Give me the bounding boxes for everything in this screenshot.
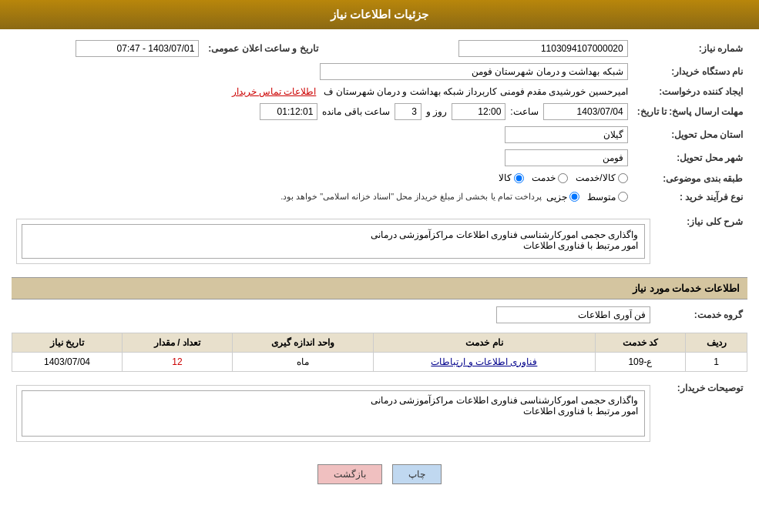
announcement-label: تاریخ و ساعت اعلان عمومی: (203, 37, 358, 60)
col-row: ردیف (686, 333, 747, 352)
remaining-label: ساعت باقی مانده (322, 106, 390, 117)
buyer-desc-outer: واگذاری حجمی امورکارشناسی فناوری اطلاعات… (16, 385, 650, 442)
info-table: شماره نیاز: تاریخ و ساعت اعلان عمومی: نا… (12, 37, 747, 206)
radio-kala-label: کالا (499, 172, 512, 183)
col-unit: واحد اندازه گیری (232, 333, 373, 352)
radio-motaset-label: متوسط (587, 192, 616, 202)
purchase-type-row: نوع فرآیند خرید : متوسط جزیی (12, 189, 747, 206)
services-table-header-row: ردیف کد خدمت نام خدمت واحد اندازه گیری ت… (12, 333, 747, 352)
group-service-row: گروه خدمت: (12, 303, 747, 326)
requestor-row: ایجاد کننده درخواست: امیرحسین خورشیدی مق… (12, 83, 747, 100)
radio-motaset[interactable] (618, 192, 628, 202)
buyer-desc-row: توصیحات خریدار: واگذاری حجمی امورکارشناس… (12, 378, 747, 449)
announcement-input[interactable] (76, 40, 199, 57)
need-desc-table: شرح کلی نیاز: واگذاری حجمی امورکارشناسی … (12, 212, 747, 271)
col-code: کد خدمت (595, 333, 686, 352)
requestor-label: ایجاد کننده درخواست: (633, 83, 747, 100)
radio-kala-khedmat[interactable] (618, 173, 628, 183)
main-content: شماره نیاز: تاریخ و ساعت اعلان عمومی: نا… (0, 29, 759, 501)
back-button[interactable]: بازگشت (317, 464, 382, 484)
buyer-org-input[interactable] (320, 63, 628, 80)
service-group-label: گروه خدمت: (655, 303, 747, 326)
deadline-time-input[interactable] (452, 103, 505, 120)
category-radio-khedmat: خدمت (532, 172, 568, 183)
buyer-org-label: نام دستگاه خریدار: (633, 60, 747, 83)
need-desc-row: شرح کلی نیاز: واگذاری حجمی امورکارشناسی … (12, 212, 747, 271)
group-service-table: گروه خدمت: (12, 303, 747, 326)
buyer-desc-label: توصیحات خریدار: (655, 378, 747, 449)
col-date: تاریخ نیاز (12, 333, 123, 352)
buyer-desc-text: واگذاری حجمی امورکارشناسی فناوری اطلاعات… (22, 390, 645, 437)
page-container: جزئیات اطلاعات نیاز شماره نیاز: تاریخ و … (0, 0, 759, 532)
category-radio-kala-khedmat: کالا/خدمت (576, 172, 627, 183)
page-title: جزئیات اطلاعات نیاز (331, 8, 428, 21)
buyer-org-value (12, 60, 633, 83)
purchase-type-section: متوسط جزیی پرداخت تمام یا بخشی از مبلغ خ… (16, 192, 628, 202)
purchase-type-label: نوع فرآیند خرید : (633, 189, 747, 206)
need-desc-box: واگذاری حجمی امورکارشناسی فناوری اطلاعات… (16, 219, 650, 264)
services-table: ردیف کد خدمت نام خدمت واحد اندازه گیری ت… (12, 333, 747, 372)
col-qty: تعداد / مقدار (123, 333, 233, 352)
days-label: روز و (426, 106, 447, 117)
response-deadline-row: مهلت ارسال پاسخ: تا تاریخ: ساعت: روز و س… (12, 100, 747, 123)
purchase-note: پرداخت تمام یا بخشی از مبلغ خریداز محل "… (280, 192, 542, 202)
cell-date: 1403/07/04 (12, 352, 123, 371)
city-value (12, 146, 633, 169)
need-number-input[interactable] (458, 40, 628, 57)
category-row: طبقه بندی موضوعی: کالا/خدمت خدمت (12, 169, 747, 189)
purchase-type-value: متوسط جزیی پرداخت تمام یا بخشی از مبلغ خ… (12, 189, 633, 206)
need-desc-text: واگذاری حجمی امورکارشناسی فناوری اطلاعات… (22, 224, 645, 259)
need-number-value (373, 37, 632, 60)
buyer-desc-table: توصیحات خریدار: واگذاری حجمی امورکارشناس… (12, 378, 747, 449)
province-input[interactable] (505, 126, 628, 143)
radio-jozii[interactable] (569, 192, 579, 202)
purchase-radio-jozii: جزیی (546, 192, 579, 202)
province-value (12, 123, 633, 146)
requestor-value: امیرحسین خورشیدی مقدم فومنی کاربرداز شبک… (12, 83, 633, 100)
deadline-row: ساعت: روز و ساعت باقی مانده (16, 103, 628, 120)
remaining-input[interactable] (260, 103, 317, 120)
response-deadline-label: مهلت ارسال پاسخ: تا تاریخ: (633, 100, 747, 123)
need-desc-label: شرح کلی نیاز: (655, 212, 747, 271)
print-button[interactable]: چاپ (392, 464, 442, 484)
service-group-value (12, 303, 655, 326)
cell-name[interactable]: فناوری اطلاعات و ارتباطات (374, 352, 596, 371)
announcement-value (12, 37, 203, 60)
service-group-input[interactable] (496, 306, 650, 323)
page-header: جزئیات اطلاعات نیاز (0, 0, 759, 29)
radio-khedmat-label: خدمت (532, 172, 556, 183)
services-table-body: 1 ع-109 فناوری اطلاعات و ارتباطات ماه 12… (12, 352, 747, 371)
radio-jozii-label: جزیی (546, 192, 567, 202)
city-input[interactable] (505, 149, 628, 166)
province-row: استان محل تحویل: (12, 123, 747, 146)
category-radio-group: کالا/خدمت خدمت کالا (499, 172, 627, 183)
category-label: طبقه بندی موضوعی: (633, 169, 747, 189)
deadline-date-input[interactable] (543, 103, 628, 120)
col-name: نام خدمت (374, 333, 596, 352)
cell-qty: 12 (123, 352, 233, 371)
cell-unit: ماه (232, 352, 373, 371)
radio-kala[interactable] (514, 173, 524, 183)
contact-link[interactable]: اطلاعات تماس خریدار (232, 86, 317, 97)
table-row: 1 ع-109 فناوری اطلاعات و ارتباطات ماه 12… (12, 352, 747, 371)
days-input[interactable] (395, 103, 421, 120)
cell-code: ع-109 (595, 352, 686, 371)
services-table-head: ردیف کد خدمت نام خدمت واحد اندازه گیری ت… (12, 333, 747, 352)
time-label: ساعت: (510, 106, 538, 117)
radio-kala-khedmat-label: کالا/خدمت (576, 172, 615, 183)
buyer-desc-value: واگذاری حجمی امورکارشناسی فناوری اطلاعات… (12, 378, 655, 449)
city-row: شهر محل تحویل: (12, 146, 747, 169)
need-desc-value: واگذاری حجمی امورکارشناسی فناوری اطلاعات… (12, 212, 655, 271)
purchase-radio-group: متوسط جزیی (546, 192, 628, 202)
province-label: استان محل تحویل: (633, 123, 747, 146)
purchase-radio-motaset: متوسط (587, 192, 628, 202)
category-radio-kala: کالا (499, 172, 524, 183)
city-label: شهر محل تحویل: (633, 146, 747, 169)
category-value: کالا/خدمت خدمت کالا (12, 169, 633, 189)
radio-khedmat[interactable] (558, 173, 568, 183)
need-number-label: شماره نیاز: (633, 37, 747, 60)
services-section-header: اطلاعات خدمات مورد نیاز (12, 277, 747, 299)
buyer-org-row: نام دستگاه خریدار: (12, 60, 747, 83)
response-deadline-value: ساعت: روز و ساعت باقی مانده (12, 100, 633, 123)
button-row: چاپ بازگشت (12, 455, 747, 494)
